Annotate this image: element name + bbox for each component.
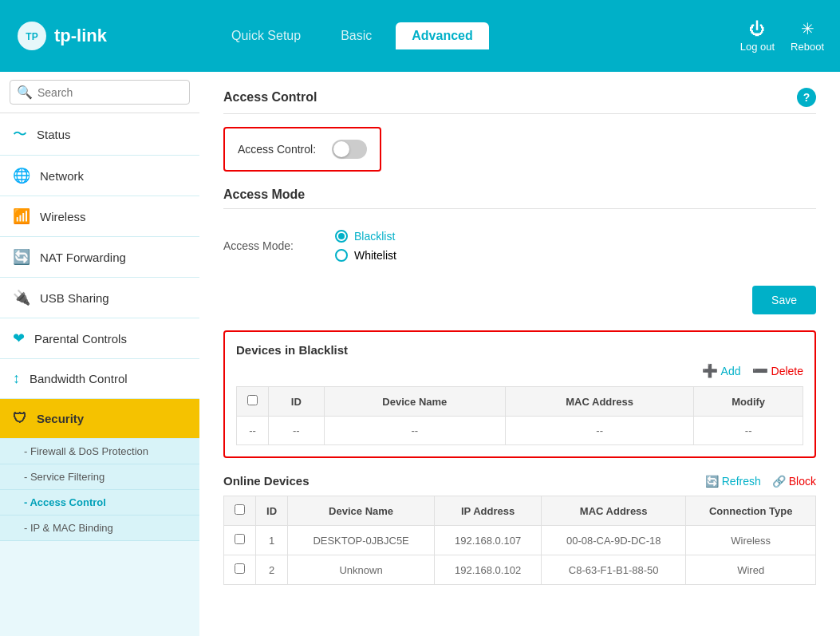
- table-row: -- -- -- -- --: [237, 417, 803, 445]
- online-col-ip: IP Address: [435, 496, 542, 526]
- sidebar-item-label: NAT Forwarding: [40, 251, 126, 264]
- online-row1-id: 1: [256, 526, 288, 555]
- online-select-all[interactable]: [235, 504, 245, 515]
- row-mac: --: [506, 417, 694, 445]
- search-bar: 🔍: [0, 72, 199, 113]
- sidebar-item-label: Status: [37, 128, 71, 141]
- add-button[interactable]: ➕ Add: [702, 363, 741, 378]
- network-icon: 🌐: [13, 167, 30, 184]
- header-actions: ⏻ Log out ✳ Reboot: [740, 19, 824, 53]
- col-checkbox: [237, 387, 269, 417]
- tab-advanced[interactable]: Advanced: [396, 22, 488, 49]
- sidebar-item-label: USB Sharing: [40, 291, 109, 305]
- nat-icon: 🔄: [13, 248, 30, 266]
- sidebar-item-security[interactable]: 🛡 Security: [0, 399, 199, 439]
- row-id: --: [269, 417, 325, 445]
- radio-whitelist-circle: [335, 249, 348, 262]
- reboot-label: Reboot: [791, 41, 824, 53]
- block-label: Block: [789, 475, 816, 488]
- logo-text: tp-link: [54, 26, 107, 46]
- access-mode-section: Access Mode Access Mode: Blacklist White…: [223, 188, 816, 270]
- blacklist-actions: ➕ Add ➖ Delete: [236, 363, 803, 378]
- delete-button[interactable]: ➖ Delete: [752, 363, 803, 378]
- blacklist-box: Devices in Blacklist ➕ Add ➖ Delete ID D…: [223, 330, 816, 458]
- add-label: Add: [721, 365, 741, 377]
- online-row1-check: [224, 526, 256, 555]
- tab-quick-setup[interactable]: Quick Setup: [215, 22, 317, 49]
- online-devices-section: Online Devices 🔄 Refresh 🔗 Block: [223, 474, 816, 585]
- sidebar-item-status[interactable]: 〜 Status: [0, 113, 199, 156]
- row1-checkbox[interactable]: [235, 534, 245, 544]
- online-row2-type: Wired: [686, 555, 816, 585]
- block-button[interactable]: 🔗 Block: [772, 475, 816, 488]
- online-row1-type: Wireless: [686, 526, 816, 555]
- radio-whitelist[interactable]: Whitelist: [335, 249, 396, 262]
- radio-blacklist[interactable]: Blacklist: [335, 230, 396, 243]
- row-modify: --: [694, 417, 803, 445]
- radio-group: Blacklist Whitelist: [335, 230, 396, 262]
- online-row2-mac: C8-63-F1-B1-88-50: [542, 555, 686, 585]
- search-input-wrap[interactable]: 🔍: [10, 80, 190, 105]
- radio-blacklist-circle: [335, 230, 348, 243]
- access-mode-label: Access Mode:: [223, 239, 319, 252]
- delete-icon: ➖: [752, 363, 768, 378]
- table-row: 2 Unknown 192.168.0.102 C8-63-F1-B1-88-5…: [224, 555, 816, 585]
- sidebar-sub-ip-mac-binding[interactable]: - IP & MAC Binding: [0, 516, 199, 541]
- refresh-label: Refresh: [722, 475, 761, 488]
- logout-label: Log out: [740, 41, 775, 53]
- online-row1-mac: 00-08-CA-9D-DC-18: [542, 526, 686, 555]
- help-icon[interactable]: ?: [797, 88, 816, 107]
- sidebar-item-label: Wireless: [40, 210, 86, 223]
- sidebar-item-network[interactable]: 🌐 Network: [0, 156, 199, 196]
- online-devices-title: Online Devices: [223, 474, 310, 488]
- online-devices-table: ID Device Name IP Address MAC Address Co…: [223, 496, 816, 585]
- logout-icon: ⏻: [749, 20, 765, 38]
- col-id: ID: [269, 387, 325, 417]
- block-icon: 🔗: [772, 475, 786, 488]
- refresh-icon: 🔄: [705, 475, 719, 488]
- sidebar-item-usb-sharing[interactable]: 🔌 USB Sharing: [0, 278, 199, 318]
- table-row: 1 DESKTOP-0JBJC5E 192.168.0.107 00-08-CA…: [224, 526, 816, 555]
- blacklist-title: Devices in Blacklist: [236, 343, 803, 357]
- access-control-title: Access Control ?: [223, 88, 816, 114]
- reboot-button[interactable]: ✳ Reboot: [791, 19, 824, 53]
- sidebar-sub-service-filtering[interactable]: - Service Filtering: [0, 464, 199, 490]
- sidebar-item-wireless[interactable]: 📶 Wireless: [0, 196, 199, 237]
- parental-icon: ❤: [13, 330, 25, 347]
- sidebar-sub-access-control[interactable]: - Access Control: [0, 490, 199, 516]
- online-row2-ip: 192.168.0.102: [435, 555, 542, 585]
- search-input[interactable]: [37, 86, 183, 99]
- refresh-button[interactable]: 🔄 Refresh: [705, 475, 761, 488]
- main-content: Access Control ? Access Control: Access …: [199, 72, 840, 636]
- access-control-toggle[interactable]: [332, 140, 367, 159]
- add-icon: ➕: [702, 363, 718, 378]
- online-col-device-name: Device Name: [288, 496, 435, 526]
- sidebar-item-bandwidth-control[interactable]: ↕ Bandwidth Control: [0, 359, 199, 399]
- sidebar-item-parental-controls[interactable]: ❤ Parental Controls: [0, 318, 199, 359]
- online-col-mac: MAC Address: [542, 496, 686, 526]
- select-all-checkbox[interactable]: [247, 395, 258, 405]
- status-icon: 〜: [13, 124, 27, 144]
- sidebar-item-nat-forwarding[interactable]: 🔄 NAT Forwarding: [0, 237, 199, 278]
- usb-icon: 🔌: [13, 289, 30, 306]
- sidebar-sub-firewall[interactable]: - Firewall & DoS Protection: [0, 439, 199, 464]
- col-mac-address: MAC Address: [506, 387, 694, 417]
- svg-text:TP: TP: [26, 31, 37, 42]
- tab-basic[interactable]: Basic: [325, 22, 388, 49]
- save-button[interactable]: Save: [752, 286, 816, 314]
- tp-link-logo-icon: TP: [16, 20, 48, 52]
- online-row2-check: [224, 555, 256, 585]
- radio-whitelist-label: Whitelist: [354, 249, 396, 262]
- blacklist-table: ID Device Name MAC Address Modify -- -- …: [236, 386, 803, 445]
- wireless-icon: 📶: [13, 207, 30, 225]
- row2-checkbox[interactable]: [235, 563, 245, 574]
- access-control-label: Access Control:: [238, 143, 316, 156]
- row-checkbox: --: [237, 417, 269, 445]
- nav-tabs: Quick Setup Basic Advanced: [215, 22, 740, 49]
- online-row1-ip: 192.168.0.107: [435, 526, 542, 555]
- radio-blacklist-label: Blacklist: [354, 230, 395, 243]
- col-device-name: Device Name: [324, 387, 505, 417]
- online-devices-actions: 🔄 Refresh 🔗 Block: [705, 475, 816, 488]
- access-control-box: Access Control:: [223, 127, 381, 172]
- logout-button[interactable]: ⏻ Log out: [740, 20, 775, 53]
